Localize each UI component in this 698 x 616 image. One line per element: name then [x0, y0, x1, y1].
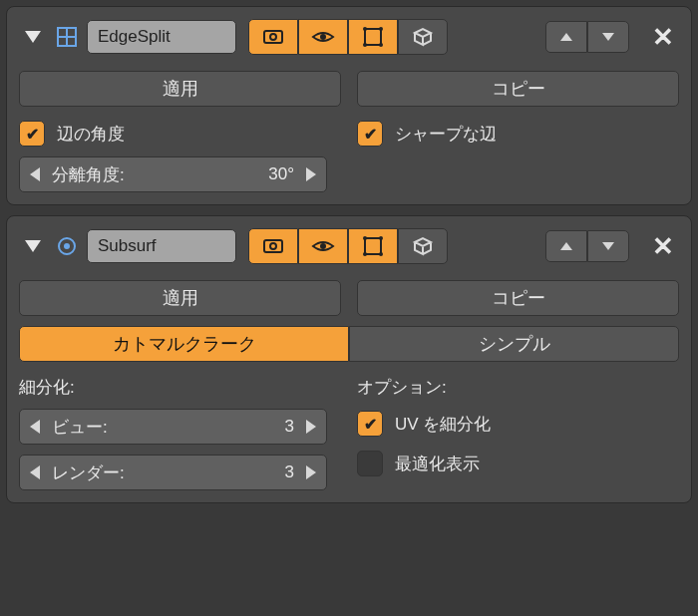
render-visibility-toggle[interactable] — [248, 228, 298, 264]
subdivision-section-label: 細分化: — [19, 376, 341, 399]
chevron-right-icon[interactable] — [306, 420, 316, 434]
move-group — [545, 230, 629, 262]
svg-point-7 — [379, 43, 383, 47]
chevron-left-icon[interactable] — [30, 465, 40, 479]
modifier-header: Subsurf ✕ — [19, 222, 679, 270]
svg-rect-3 — [365, 29, 381, 45]
svg-point-12 — [320, 243, 326, 249]
editmode-visibility-toggle[interactable] — [348, 19, 398, 55]
optimal-display-label: 最適化表示 — [395, 453, 480, 475]
chevron-right-icon[interactable] — [306, 167, 316, 181]
svg-point-15 — [379, 236, 383, 240]
svg-point-11 — [270, 243, 276, 249]
tab-simple[interactable]: シンプル — [349, 326, 679, 362]
split-angle-value: 30° — [268, 164, 294, 184]
svg-point-1 — [270, 34, 276, 40]
move-down-button[interactable] — [587, 21, 629, 53]
svg-point-9 — [64, 243, 70, 249]
copy-button[interactable]: コピー — [357, 280, 679, 316]
render-label: レンダー: — [52, 462, 125, 484]
tab-catmull-clark[interactable]: カトマルクラーク — [19, 326, 349, 362]
modifier-panel-edgesplit: EdgeSplit ✕ 適用 コピー — [6, 6, 692, 205]
apply-button[interactable]: 適用 — [19, 71, 341, 107]
sharp-edge-label: シャープな辺 — [395, 123, 497, 146]
svg-point-6 — [363, 43, 367, 47]
split-angle-label: 分離角度: — [52, 163, 125, 186]
move-up-button[interactable] — [545, 230, 587, 262]
uv-subdivide-label: UV を細分化 — [395, 413, 491, 436]
edge-angle-checkbox[interactable] — [19, 121, 45, 147]
cage-visibility-toggle[interactable] — [398, 19, 448, 55]
svg-point-16 — [363, 252, 367, 256]
svg-point-17 — [379, 252, 383, 256]
collapse-toggle-icon[interactable] — [25, 240, 41, 252]
render-value: 3 — [285, 462, 294, 482]
visibility-toggle-group — [248, 228, 448, 264]
svg-point-4 — [363, 27, 367, 31]
cage-visibility-toggle[interactable] — [398, 228, 448, 264]
move-up-button[interactable] — [545, 21, 587, 53]
subsurf-modifier-icon — [55, 234, 79, 258]
remove-modifier-button[interactable]: ✕ — [647, 230, 679, 262]
view-subdivision-field[interactable]: ビュー: 3 — [19, 409, 327, 445]
modifier-panel-subsurf: Subsurf ✕ 適用 コピー — [6, 215, 692, 503]
viewport-visibility-toggle[interactable] — [298, 228, 348, 264]
optimal-display-checkbox[interactable] — [357, 451, 383, 476]
move-group — [545, 21, 629, 53]
edge-angle-label: 辺の角度 — [57, 123, 125, 146]
svg-point-2 — [320, 34, 326, 40]
collapse-toggle-icon[interactable] — [25, 31, 41, 43]
svg-rect-0 — [264, 31, 282, 43]
apply-button[interactable]: 適用 — [19, 280, 341, 316]
modifier-header: EdgeSplit ✕ — [19, 13, 679, 61]
move-down-button[interactable] — [587, 230, 629, 262]
modifier-name-input[interactable]: EdgeSplit — [87, 20, 236, 54]
remove-modifier-button[interactable]: ✕ — [647, 21, 679, 53]
view-label: ビュー: — [52, 416, 108, 439]
svg-point-14 — [363, 236, 367, 240]
copy-button[interactable]: コピー — [357, 71, 679, 107]
editmode-visibility-toggle[interactable] — [348, 228, 398, 264]
chevron-left-icon[interactable] — [30, 420, 40, 434]
modifier-name-input[interactable]: Subsurf — [87, 229, 236, 263]
render-subdivision-field[interactable]: レンダー: 3 — [19, 455, 327, 490]
viewport-visibility-toggle[interactable] — [298, 19, 348, 55]
options-section-label: オプション: — [357, 376, 679, 399]
chevron-left-icon[interactable] — [30, 167, 40, 181]
svg-point-5 — [379, 27, 383, 31]
view-value: 3 — [285, 417, 294, 437]
chevron-right-icon[interactable] — [306, 465, 316, 479]
visibility-toggle-group — [248, 19, 448, 55]
svg-rect-13 — [365, 238, 381, 254]
split-angle-field[interactable]: 分離角度: 30° — [19, 156, 327, 192]
uv-subdivide-checkbox[interactable] — [357, 411, 383, 437]
render-visibility-toggle[interactable] — [248, 19, 298, 55]
sharp-edge-checkbox[interactable] — [357, 121, 383, 147]
svg-rect-10 — [264, 240, 282, 252]
edgesplit-modifier-icon — [55, 25, 79, 49]
